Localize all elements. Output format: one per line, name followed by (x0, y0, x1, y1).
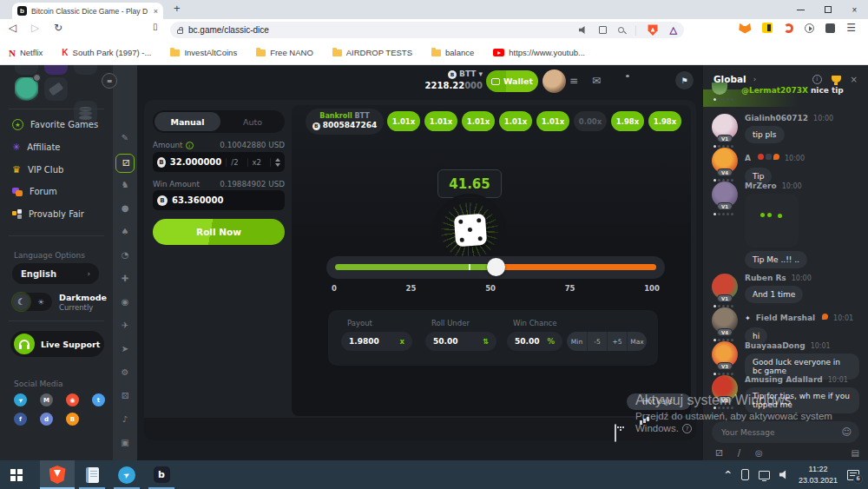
min-button[interactable]: Min (567, 332, 587, 351)
game-category-icon[interactable] (113, 227, 137, 236)
mention-text[interactable]: @Lermat2073X (741, 86, 808, 95)
bookmark-airdroptests[interactable]: AIRDROP TESTS (332, 48, 412, 57)
extensions-puzzle-icon[interactable] (825, 23, 835, 33)
hotkeys-pill[interactable]: Hot keys: (627, 393, 691, 410)
plus5-button[interactable]: +5 (607, 332, 627, 351)
bookmark-investaltcoins[interactable]: InvestAltCoins (170, 48, 237, 57)
user-avatar[interactable] (542, 69, 566, 93)
roll-slider[interactable] (326, 256, 665, 279)
network-icon[interactable] (759, 471, 770, 479)
forward-button[interactable] (31, 22, 39, 34)
bat-rewards-icon[interactable] (670, 24, 677, 36)
darkmode-toggle[interactable] (12, 293, 52, 311)
roll-now-button[interactable]: Roll Now (153, 219, 285, 245)
username[interactable]: Gialinh060712 (745, 114, 808, 122)
close-button[interactable] (841, 0, 868, 19)
trophy-icon[interactable] (832, 76, 841, 83)
hotkeys-keyboard-icon[interactable] (615, 425, 616, 441)
multiplier-pill[interactable]: 1.98x (648, 111, 681, 131)
wallet-button[interactable]: Wallet (486, 70, 538, 92)
half-bet-button[interactable]: /2 (226, 158, 242, 167)
win-chance-input[interactable]: 50.00 % (507, 332, 562, 351)
max-button[interactable]: Max (627, 332, 647, 351)
roll-under-input[interactable]: 50.00 ⇅ (425, 332, 496, 351)
game-category-icon[interactable] (113, 344, 137, 354)
orange-extension-icon[interactable] (784, 23, 793, 33)
brave-shield-icon[interactable] (648, 24, 659, 36)
bookmark-netflix[interactable]: NNetflix (9, 48, 43, 58)
multiplier-pill[interactable]: 1.01x (462, 111, 495, 131)
zoom-icon[interactable] (618, 27, 624, 33)
sidebar-collapse-button[interactable] (102, 73, 117, 89)
taskbar-brave[interactable] (40, 460, 75, 489)
help-icon[interactable]: ? (682, 424, 692, 433)
browser-menu-icon[interactable] (846, 22, 856, 34)
taskbar-bcgame[interactable]: b (144, 460, 179, 489)
multiplier-pill-zero[interactable]: 0.00x (574, 111, 607, 131)
live-support-button[interactable]: Live Support (10, 331, 104, 357)
active-game-dice[interactable] (115, 154, 135, 173)
game-tile-ticket[interactable] (44, 77, 68, 101)
info-icon[interactable]: i (186, 142, 194, 149)
reading-list-icon[interactable] (153, 22, 158, 31)
chat-close-icon[interactable] (851, 75, 858, 84)
taskbar-clock[interactable]: 11:22 23.03.2021 (799, 464, 838, 485)
sidebar-item-provably-fair[interactable]: Provably Fair (12, 209, 84, 219)
taskbar-notepad[interactable] (75, 460, 109, 489)
username[interactable]: Field Marshal (756, 314, 815, 322)
game-category-icon[interactable] (113, 438, 137, 447)
tab-manual[interactable]: Manual (155, 112, 220, 131)
bookmark-freenano[interactable]: Free NANO (256, 48, 313, 57)
messages-icon[interactable] (592, 75, 601, 87)
swap-icon[interactable]: ⇅ (483, 337, 489, 346)
game-category-icon[interactable] (113, 180, 137, 189)
username[interactable]: Amusing Adallard (745, 375, 823, 384)
game-category-icon[interactable] (113, 250, 137, 260)
sidebar-item-affiliate[interactable]: Affiliate (12, 142, 61, 153)
bookmark-youtube[interactable]: https://www.youtub... (493, 48, 585, 57)
telegram-icon[interactable] (14, 393, 27, 406)
game-category-icon[interactable] (113, 391, 137, 400)
game-category-icon[interactable] (113, 203, 137, 213)
start-button[interactable] (0, 460, 40, 489)
metamask-icon[interactable] (739, 23, 751, 34)
yellow-extension-icon[interactable] (762, 23, 773, 33)
multiplier-pill[interactable]: 1.01x (387, 111, 420, 131)
browser-tab[interactable]: b Bitcoin Classic Dice Game - Play D (12, 3, 163, 19)
new-tab-button[interactable] (174, 2, 181, 15)
game-category-icon[interactable] (113, 414, 137, 424)
chat-input[interactable] (712, 421, 859, 443)
game-tile[interactable] (44, 65, 68, 75)
currency-selector[interactable]: B BTT 2218.22000 (415, 69, 483, 91)
action-center-icon[interactable]: 6 (847, 470, 859, 480)
tab-muted-icon[interactable] (579, 26, 588, 34)
username[interactable]: A (745, 154, 751, 162)
reload-button[interactable] (54, 22, 62, 34)
multiplier-pill[interactable]: 1.01x (424, 111, 457, 131)
multiplier-pill[interactable]: 1.01x (536, 111, 569, 131)
chat-message-field[interactable] (720, 427, 842, 438)
back-button[interactable] (9, 22, 16, 34)
username[interactable]: Ruben Rs (745, 274, 786, 282)
chat-sticker[interactable] (745, 194, 799, 248)
game-category-icon[interactable] (113, 297, 137, 307)
open-in-new-icon[interactable] (599, 26, 607, 34)
minus5-button[interactable]: -5 (587, 332, 607, 351)
amount-input[interactable]: B 32.000000 /2 x2 (153, 152, 285, 172)
github-icon[interactable] (66, 393, 79, 406)
multiplier-pill[interactable]: 1.98x (611, 111, 644, 131)
bookmark-balance[interactable]: balance (431, 48, 474, 57)
payout-input[interactable]: 1.9800 x (341, 332, 412, 351)
gif-icon[interactable] (755, 448, 763, 458)
double-bet-button[interactable]: x2 (247, 158, 266, 167)
address-bar[interactable]: bc.game/classic-dice (170, 22, 684, 38)
account-menu-icon[interactable] (569, 75, 578, 87)
sidebar-item-vip-club[interactable]: VIP Club (12, 164, 63, 175)
game-tile[interactable] (74, 65, 97, 75)
facebook-icon[interactable]: f (14, 413, 27, 426)
tablet-mode-icon[interactable] (741, 469, 749, 480)
discord-icon[interactable]: d (40, 413, 53, 426)
medium-icon[interactable]: M (40, 393, 53, 406)
win-amount-input[interactable]: B 63.360000 (153, 190, 285, 210)
play-extension-icon[interactable] (805, 23, 814, 33)
